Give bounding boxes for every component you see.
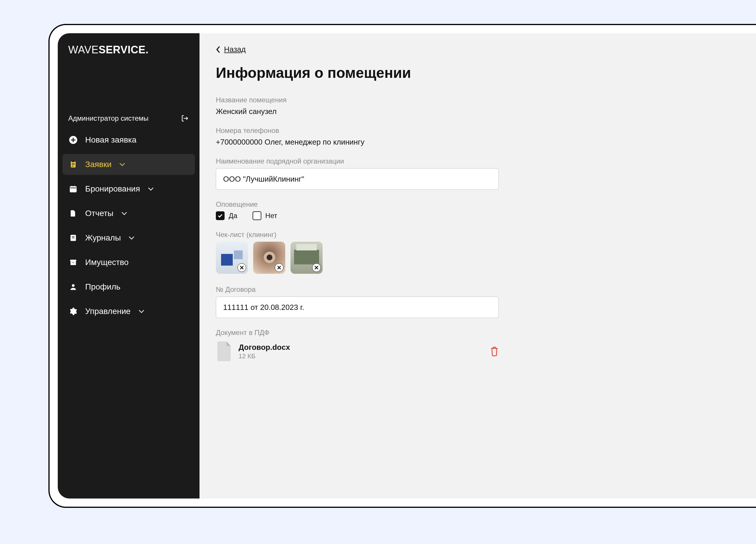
page-title: Информация о помещении xyxy=(216,64,740,81)
notify-group: Да Нет xyxy=(216,211,740,220)
page-background: WAVESERVICE. Администратор системы Новая… xyxy=(0,0,756,544)
plus-icon xyxy=(69,136,78,144)
logout-button[interactable] xyxy=(181,114,189,123)
file-name: Договор.docx xyxy=(239,343,484,352)
brand-thin: WAVE xyxy=(68,44,99,56)
archive-icon xyxy=(69,258,78,267)
check-icon xyxy=(217,213,223,219)
checkbox-no xyxy=(253,211,261,220)
nav-item-plus[interactable]: Новая заявка xyxy=(62,130,195,151)
file-row: Договор.docx 12 КБ xyxy=(216,340,499,363)
contract-no-input[interactable] xyxy=(216,296,499,318)
trash-icon xyxy=(490,346,499,356)
chevron-down-icon xyxy=(121,210,127,217)
nav-item-label: Заявки xyxy=(85,160,111,169)
file-icon xyxy=(69,209,78,218)
person-icon xyxy=(69,282,78,291)
main-content: Назад Информация о помещении Название по… xyxy=(199,33,756,498)
sidebar-spacer xyxy=(58,62,199,110)
role-label: Администратор системы xyxy=(68,114,148,123)
label-phones: Номера телефонов xyxy=(216,127,740,135)
nav-item-person[interactable]: Профиль xyxy=(62,276,195,297)
svg-rect-6 xyxy=(71,262,76,265)
thumb-remove-button[interactable] xyxy=(275,263,283,272)
back-link[interactable]: Назад xyxy=(216,45,246,54)
nav-item-label: Бронирования xyxy=(85,184,140,194)
nav-item-clipboard[interactable]: Заявки xyxy=(62,154,195,175)
svg-point-7 xyxy=(72,284,74,287)
gear-icon xyxy=(69,307,78,316)
file-size: 12 КБ xyxy=(239,352,484,360)
value-room-name: Женский санузел xyxy=(216,107,740,116)
checklist-thumb[interactable] xyxy=(291,242,323,274)
file-delete-button[interactable] xyxy=(490,346,499,356)
label-pdf-doc: Документ в ПДФ xyxy=(216,328,740,337)
checklist-thumb[interactable] xyxy=(216,242,248,274)
back-label: Назад xyxy=(224,45,246,54)
contractor-input[interactable] xyxy=(216,168,499,190)
nav-item-label: Имущество xyxy=(85,258,129,267)
notify-yes-label: Да xyxy=(229,212,237,220)
notify-yes[interactable]: Да xyxy=(216,211,237,220)
notify-no-label: Нет xyxy=(265,212,277,220)
nav-item-journal[interactable]: Журналы xyxy=(62,228,195,249)
chevron-down-icon xyxy=(138,308,145,314)
value-phones: +7000000000 Олег, менеджер по клинингу xyxy=(216,138,740,147)
sidebar-nav: Новая заявкаЗаявкиБронированияОтчетыЖурн… xyxy=(58,130,199,325)
clipboard-icon xyxy=(69,160,78,169)
nav-item-label: Новая заявка xyxy=(85,135,137,145)
calendar-icon xyxy=(69,185,78,193)
svg-rect-3 xyxy=(70,187,76,192)
nav-item-label: Управление xyxy=(85,307,131,316)
nav-item-label: Профиль xyxy=(85,282,120,291)
notify-no[interactable]: Нет xyxy=(253,211,277,220)
checklist-thumbs xyxy=(216,242,740,274)
nav-item-file[interactable]: Отчеты xyxy=(62,203,195,224)
label-room-name: Название помещения xyxy=(216,96,740,104)
logout-icon xyxy=(181,114,189,123)
checkbox-yes xyxy=(216,211,225,220)
label-notify: Оповещение xyxy=(216,200,740,209)
chevron-down-icon xyxy=(148,186,154,192)
nav-item-label: Отчеты xyxy=(85,209,113,218)
thumb-remove-button[interactable] xyxy=(237,263,246,272)
svg-rect-2 xyxy=(72,161,74,162)
svg-rect-5 xyxy=(70,260,76,262)
device-frame: WAVESERVICE. Администратор системы Новая… xyxy=(48,24,756,508)
nav-item-archive[interactable]: Имущество xyxy=(62,252,195,273)
label-contractor: Наименование подрядной организации xyxy=(216,157,740,165)
nav-item-calendar[interactable]: Бронирования xyxy=(62,179,195,200)
chevron-left-icon xyxy=(216,46,221,54)
close-icon xyxy=(277,265,281,270)
journal-icon xyxy=(69,234,78,242)
close-icon xyxy=(239,265,244,270)
checklist-thumb[interactable] xyxy=(253,242,285,274)
brand-bold: SERVICE. xyxy=(99,44,148,56)
brand-logo: WAVESERVICE. xyxy=(58,44,199,62)
nav-item-label: Журналы xyxy=(85,233,121,243)
label-checklist: Чек-лист (клининг) xyxy=(216,231,740,239)
role-row: Администратор системы xyxy=(58,110,199,130)
chevron-down-icon xyxy=(128,235,135,241)
file-text: Договор.docx 12 КБ xyxy=(239,343,484,360)
sidebar: WAVESERVICE. Администратор системы Новая… xyxy=(58,33,199,498)
chevron-down-icon xyxy=(119,161,125,168)
svg-rect-1 xyxy=(71,162,76,168)
label-contract-no: № Договора xyxy=(216,285,740,293)
app-shell: WAVESERVICE. Администратор системы Новая… xyxy=(58,33,756,498)
file-icon xyxy=(216,341,232,361)
close-icon xyxy=(314,265,319,270)
thumb-remove-button[interactable] xyxy=(312,263,321,272)
nav-item-gear[interactable]: Управление xyxy=(62,301,195,322)
